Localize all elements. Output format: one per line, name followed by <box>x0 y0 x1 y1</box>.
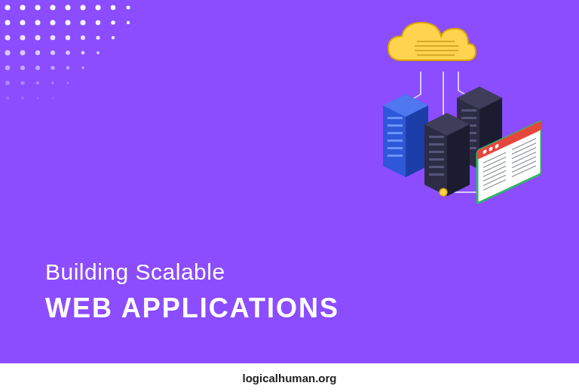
svg-point-6 <box>96 5 101 11</box>
cloud-servers-browser-icon <box>330 19 541 230</box>
heading-block: Building Scalable WEB APPLICATIONS <box>45 259 339 324</box>
svg-point-19 <box>20 35 26 41</box>
svg-point-24 <box>96 35 100 39</box>
banner-canvas: Building Scalable WEB APPLICATIONS logic… <box>0 0 579 392</box>
svg-point-5 <box>81 5 86 11</box>
dot-grid-decoration <box>0 0 151 113</box>
svg-rect-55 <box>388 117 403 119</box>
svg-point-16 <box>111 20 115 25</box>
svg-rect-76 <box>429 158 444 161</box>
svg-point-28 <box>35 51 40 55</box>
svg-point-41 <box>36 81 39 84</box>
svg-point-2 <box>35 5 41 11</box>
svg-point-20 <box>35 35 41 41</box>
svg-rect-74 <box>429 143 444 145</box>
svg-point-32 <box>96 51 100 54</box>
svg-point-29 <box>51 51 55 55</box>
connection-node-icon <box>440 188 447 196</box>
svg-point-10 <box>20 20 26 26</box>
server-blue-icon <box>383 94 428 177</box>
svg-rect-58 <box>388 139 403 142</box>
svg-point-26 <box>5 51 11 56</box>
svg-point-36 <box>51 66 54 69</box>
svg-point-46 <box>36 96 38 99</box>
svg-point-45 <box>21 96 24 100</box>
svg-point-39 <box>5 81 10 85</box>
svg-point-9 <box>5 20 11 26</box>
svg-point-42 <box>51 81 54 84</box>
svg-rect-75 <box>429 151 444 153</box>
svg-rect-78 <box>429 173 444 176</box>
svg-point-23 <box>81 35 85 40</box>
svg-point-40 <box>20 81 24 84</box>
svg-point-30 <box>66 51 70 55</box>
footer-site-label: logicalhuman.org <box>242 372 336 384</box>
svg-point-38 <box>81 66 84 69</box>
svg-point-21 <box>51 35 56 41</box>
svg-rect-57 <box>388 132 403 134</box>
svg-point-13 <box>66 20 71 26</box>
cloud-icon <box>388 23 476 60</box>
svg-point-1 <box>20 5 26 11</box>
svg-rect-65 <box>461 117 476 119</box>
svg-point-47 <box>52 97 54 99</box>
svg-point-7 <box>111 5 115 10</box>
svg-marker-72 <box>447 124 470 196</box>
svg-rect-77 <box>429 166 444 168</box>
svg-point-0 <box>5 5 11 11</box>
svg-point-37 <box>66 66 69 69</box>
svg-point-35 <box>35 66 40 70</box>
svg-point-25 <box>112 36 115 39</box>
svg-point-4 <box>66 5 71 11</box>
svg-point-15 <box>96 20 100 25</box>
svg-point-33 <box>5 66 11 71</box>
heading-line1: Building Scalable <box>45 259 339 285</box>
svg-point-3 <box>51 5 56 11</box>
heading-line2: WEB APPLICATIONS <box>45 292 339 324</box>
svg-rect-59 <box>388 147 403 149</box>
svg-rect-73 <box>429 136 444 138</box>
svg-point-44 <box>6 96 10 100</box>
svg-point-43 <box>67 82 69 84</box>
server-dark-front-icon <box>424 113 470 196</box>
svg-point-22 <box>66 35 70 40</box>
svg-point-14 <box>81 20 86 26</box>
svg-rect-64 <box>461 109 476 112</box>
svg-point-17 <box>127 21 130 24</box>
svg-point-12 <box>51 20 56 26</box>
svg-point-18 <box>5 35 11 41</box>
svg-point-11 <box>35 20 41 26</box>
svg-rect-56 <box>388 124 403 127</box>
footer-bar: logicalhuman.org <box>0 363 579 392</box>
svg-rect-60 <box>388 155 403 157</box>
svg-point-34 <box>20 66 25 70</box>
svg-point-8 <box>127 6 130 10</box>
svg-point-27 <box>20 51 26 56</box>
svg-point-31 <box>81 51 85 55</box>
